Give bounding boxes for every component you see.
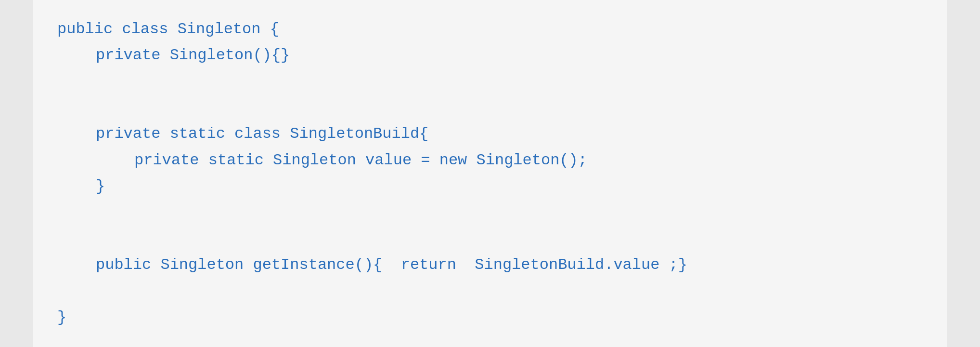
code-empty-line-9 xyxy=(57,226,923,252)
code-line-5: private static class SingletonBuild{ xyxy=(57,121,923,147)
code-line-6: private static Singleton value = new Sin… xyxy=(57,147,923,174)
code-line-7: } xyxy=(57,174,923,200)
code-line-10: public Singleton getInstance(){ return S… xyxy=(57,252,923,278)
code-line-2: private Singleton(){} xyxy=(57,42,923,68)
code-empty-line-3 xyxy=(57,68,923,94)
code-line-12: } xyxy=(57,305,923,331)
code-editor-container: public class Singleton { private Singlet… xyxy=(33,0,947,347)
code-block: public class Singleton { private Singlet… xyxy=(57,16,923,331)
code-empty-line-11 xyxy=(57,279,923,305)
code-line-1: public class Singleton { xyxy=(57,16,923,42)
code-empty-line-8 xyxy=(57,200,923,226)
code-empty-line-4 xyxy=(57,95,923,121)
